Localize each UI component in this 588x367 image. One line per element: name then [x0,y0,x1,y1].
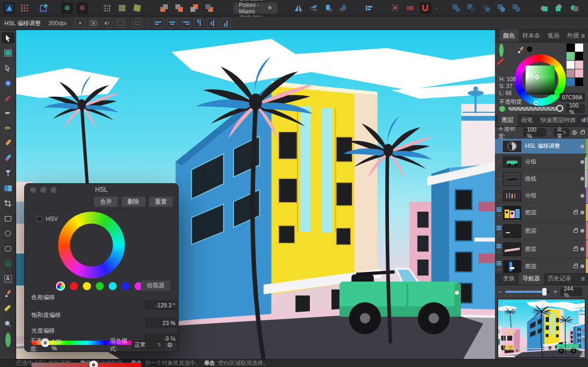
color-picker-tool[interactable] [2,288,15,299]
tab-swatches[interactable]: 样本条 [519,30,544,42]
merge-button[interactable]: 合并 [94,197,118,207]
scale-with-object-icon[interactable] [88,18,99,28]
panel-menu-icon[interactable]: ≡ [581,275,585,283]
color-dots-icon[interactable] [18,2,30,14]
layer-row[interactable]: › 分组 [495,154,588,170]
rectangle-tool[interactable] [2,213,15,224]
paint-brush-tool[interactable] [2,153,15,164]
disabled-gear-icon[interactable]: ⚙ [76,2,88,14]
marquee-fill-icon[interactable] [116,2,128,14]
boolean-subtract-icon[interactable] [465,2,477,14]
master-channel-swatch[interactable] [56,282,65,291]
layer-row[interactable]: › 图层 [495,204,588,222]
hex-field[interactable]: 97C98A [559,93,585,102]
yellow-channel-swatch[interactable] [83,282,91,290]
zoom-tool[interactable] [2,318,15,329]
swatch[interactable] [575,69,583,77]
hue-selector[interactable] [534,100,539,105]
expand-chevron-icon[interactable]: › [495,193,503,198]
document-selector[interactable]: Giordano Poloni - Miami (243.9%) ✱ [233,3,278,13]
sat-shift-value[interactable]: 23 % [145,318,179,327]
expand-chevron-icon[interactable]: › [495,159,503,164]
export-icon[interactable] [38,2,49,14]
zoom-value-field[interactable]: 244 % [561,287,582,296]
layer-thumbnail[interactable] [503,190,521,202]
expand-chevron-icon[interactable]: › [498,267,500,272]
panel-grip[interactable]: ⁞ [495,279,499,285]
insert-inside-icon[interactable] [539,2,550,14]
align-right-icon[interactable] [180,18,191,28]
panel-grip[interactable]: ⁞ [495,121,498,126]
hsv-checkbox[interactable] [37,216,42,222]
layer-thumbnail[interactable] [503,156,521,168]
zoom-in-icon[interactable]: + [554,288,557,296]
expand-chevron-icon[interactable]: › [498,231,500,236]
snapping-magnet-icon[interactable] [420,2,431,14]
transparency-tool[interactable] [2,183,15,194]
visibility-dot[interactable] [580,229,584,233]
lock-toggle-icon[interactable] [580,131,585,134]
blend-gear-icon[interactable]: ⚙ [571,129,577,136]
layers-opacity-field[interactable]: 100 % [523,128,546,136]
opacity-chevron-icon[interactable]: ⌄ [548,130,552,135]
fill-tool[interactable] [2,168,15,179]
zoom-out-icon[interactable]: − [498,288,502,296]
layer-thumbnail[interactable] [503,206,521,220]
expand-chevron-icon[interactable]: › [498,249,500,255]
green-channel-swatch[interactable] [96,282,104,290]
stroke-color-well[interactable] [5,335,11,345]
pencil-tool[interactable]: ✏ [2,123,15,134]
align-bottom-icon[interactable] [221,18,231,28]
hue-wheel[interactable] [58,212,125,278]
layers-scrollbar[interactable] [585,157,587,188]
swatch[interactable] [566,52,575,60]
move-tool[interactable] [2,32,15,44]
color-wheel[interactable] [514,54,566,106]
swatch[interactable] [575,52,583,60]
dialog-opacity-chevron-icon[interactable]: ⌄ [67,342,70,347]
stroke-well[interactable] [499,46,504,55]
tab-history[interactable]: 历史记录 [544,272,575,285]
layer-row[interactable]: › 曲线 [495,170,588,188]
lock-icon[interactable] [573,211,578,214]
layer-thumbnail[interactable] [503,172,521,186]
swatch[interactable] [575,44,583,52]
layer-row[interactable]: ◔ HSL 偏移调整 [495,139,588,154]
visibility-dot[interactable] [580,194,584,198]
lock-icon[interactable] [573,248,578,251]
layer-row[interactable]: › 图层 [495,222,588,240]
eyedropper-icon[interactable] [518,46,524,55]
dialog-gear-icon[interactable]: ⚙ [167,341,173,349]
red-channel-swatch[interactable] [70,282,78,290]
anchor-position-icon[interactable]: ⌖ [75,18,86,28]
cyan-channel-swatch[interactable] [109,282,117,290]
layer-thumbnail[interactable] [503,224,521,238]
arrange-back-icon[interactable] [203,2,215,14]
crop-tool[interactable] [2,198,15,209]
preferences-gear-icon[interactable]: ⚙ [61,2,73,14]
zoom-slider-handle[interactable] [542,288,547,296]
delete-button[interactable]: 删除 [122,197,145,207]
text-tool[interactable]: A [2,273,15,284]
visibility-dot[interactable] [580,211,584,214]
swatch[interactable] [566,78,575,86]
tab-color[interactable]: 颜色 [499,30,519,42]
insert-target-icon[interactable] [405,2,416,14]
hue-shift-value[interactable]: -129.3 ° [145,300,179,310]
blue-channel-swatch[interactable] [122,282,130,290]
layer-thumbnail[interactable] [503,141,521,152]
layer-row[interactable]: › 分组 [495,188,588,204]
panel-grip[interactable]: ⁞ [495,37,499,42]
swatch[interactable] [575,61,583,69]
rounded-rectangle-tool[interactable] [2,243,15,254]
align-middle-v-icon[interactable] [207,18,218,28]
visibility-dot[interactable] [580,264,584,268]
dialog-opacity-value[interactable]: 100 % [52,339,64,351]
ellipse-tool[interactable] [2,228,15,239]
favorite-star-icon[interactable]: ✱ [267,5,272,11]
app-logo-icon[interactable] [3,2,15,14]
saturation-selector[interactable] [535,75,540,80]
rotate-selection-icon[interactable] [132,18,143,28]
zoom-slider[interactable] [505,291,550,293]
boolean-divide-icon[interactable] [495,2,507,14]
